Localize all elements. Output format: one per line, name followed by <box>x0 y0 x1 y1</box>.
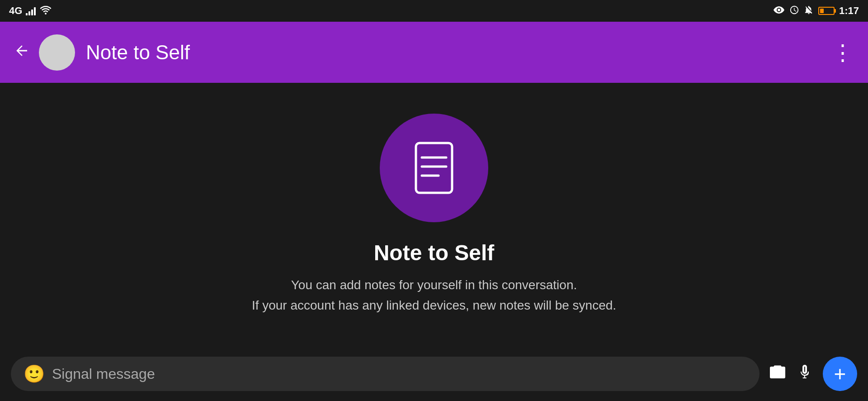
wifi-icon <box>39 5 52 17</box>
message-input-area: 🙂 <box>11 357 760 391</box>
time-display: 1:17 <box>839 5 859 17</box>
avatar <box>39 34 75 71</box>
app-bar: Note to Self ⋮ <box>0 22 868 83</box>
main-content: Note to Self You can add notes for yours… <box>0 83 868 347</box>
center-avatar <box>380 114 488 222</box>
description-line-2: If your account has any linked devices, … <box>252 298 616 312</box>
svg-rect-4 <box>416 143 452 193</box>
signal-bar-4 <box>34 7 36 15</box>
message-input[interactable] <box>52 366 747 382</box>
center-description: You can add notes for yourself in this c… <box>252 275 616 316</box>
status-right: 1:17 <box>773 5 859 17</box>
emoji-button[interactable]: 🙂 <box>24 364 45 384</box>
description-line-1: You can add notes for yourself in this c… <box>291 278 577 292</box>
compose-button[interactable]: + <box>823 357 857 391</box>
microphone-button[interactable] <box>796 363 814 385</box>
signal-bar-3 <box>31 10 33 15</box>
signal-bars <box>26 6 36 15</box>
more-options-button[interactable]: ⋮ <box>832 40 854 65</box>
back-button[interactable] <box>14 43 30 62</box>
signal-bar-2 <box>28 11 30 15</box>
bell-off-icon <box>804 5 814 17</box>
status-left: 4G <box>9 5 52 17</box>
status-bar: 4G <box>0 0 868 22</box>
network-indicator: 4G <box>9 5 22 17</box>
battery-icon <box>818 7 835 15</box>
camera-button[interactable] <box>769 363 787 385</box>
signal-bar-1 <box>26 13 28 15</box>
app-bar-title: Note to Self <box>86 41 832 64</box>
plus-icon: + <box>834 363 846 384</box>
center-title: Note to Self <box>374 240 495 265</box>
bottom-bar: 🙂 + <box>0 347 868 401</box>
eye-icon <box>773 5 785 16</box>
alarm-icon <box>789 5 799 17</box>
